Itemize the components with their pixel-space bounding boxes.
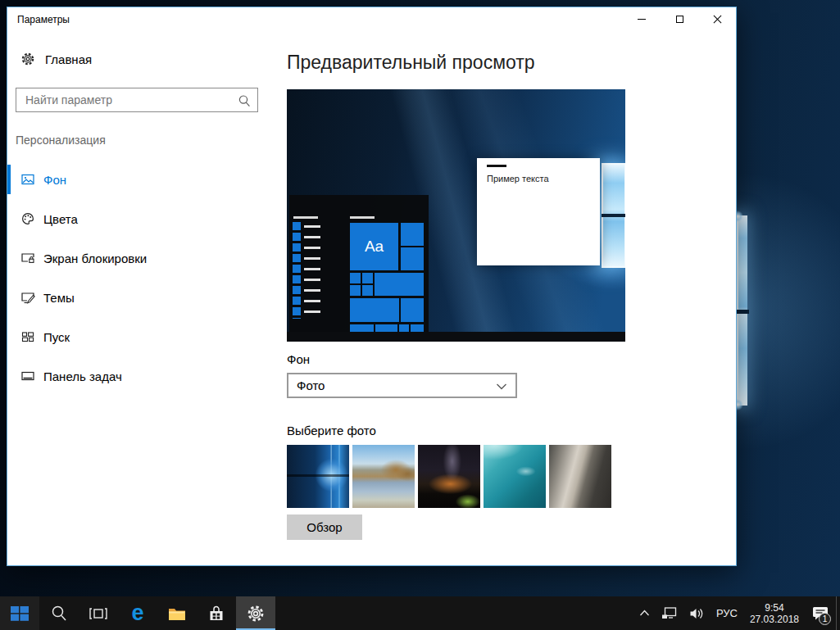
volume-tray-button[interactable] — [683, 596, 711, 630]
gear-icon — [20, 52, 35, 66]
preview-taskbar — [287, 332, 625, 342]
action-center-button[interactable]: 1 — [806, 596, 836, 630]
browse-button[interactable]: Обзор — [287, 514, 362, 540]
sidebar-item-label: Пуск — [43, 330, 70, 344]
app-list-icons — [293, 222, 301, 319]
background-dropdown-value: Фото — [297, 378, 325, 392]
sidebar-item-label: Темы — [43, 291, 75, 305]
sidebar-item-label: Панель задач — [43, 369, 122, 383]
preview-tile — [411, 324, 424, 332]
minimize-button[interactable] — [623, 7, 661, 31]
sidebar-item-themes[interactable]: Темы — [7, 283, 280, 312]
search-icon[interactable] — [238, 94, 251, 107]
close-button[interactable] — [698, 7, 736, 31]
preview-tile — [362, 285, 373, 296]
wallpaper-logo — [602, 163, 625, 268]
windows-logo-icon — [11, 606, 29, 621]
task-view-button[interactable] — [79, 596, 118, 630]
preview-sample-window: Пример текста — [477, 158, 600, 265]
titlebar[interactable]: Параметры — [7, 7, 736, 32]
settings-taskbar-button[interactable] — [236, 596, 275, 630]
sidebar-nav: Фон Цвета Экран блокировки — [7, 165, 280, 401]
file-explorer-icon — [167, 605, 187, 622]
tiles-header-placeholder — [350, 216, 375, 219]
sidebar-item-label: Фон — [43, 173, 66, 187]
start-menu-header-placeholder — [293, 216, 318, 219]
preview-tile — [375, 273, 424, 296]
window-controls — [623, 7, 736, 31]
preview-tile — [399, 324, 409, 332]
background-label: Фон — [287, 352, 310, 366]
active-indicator — [7, 204, 11, 233]
sidebar-item-taskbar[interactable]: Панель задач — [7, 361, 280, 391]
section-header: Персонализация — [16, 134, 106, 147]
network-icon — [661, 606, 678, 620]
preview-tile — [362, 273, 373, 283]
logo-divider — [737, 310, 749, 314]
preview-tile — [350, 273, 361, 283]
system-tray: РУС 9:54 27.03.2018 1 — [633, 596, 840, 630]
photo-thumbnail-night-sky-tent[interactable] — [418, 445, 480, 508]
photo-thumbnail-rock-cliff[interactable] — [549, 445, 611, 508]
preview-tile — [375, 324, 397, 332]
start-button[interactable] — [0, 596, 39, 630]
photo-thumbnail-windows-hero[interactable] — [287, 445, 349, 508]
wallpaper-preview: Пример текста Aa — [287, 89, 625, 342]
sidebar-item-lock-screen[interactable]: Экран блокировки — [7, 243, 280, 273]
preview-tile — [350, 298, 399, 322]
sidebar-item-colors[interactable]: Цвета — [7, 204, 280, 233]
preview-start-menu: Aa — [289, 195, 429, 332]
clock-date: 27.03.2018 — [750, 614, 799, 625]
search-box — [16, 88, 258, 112]
sample-text: Пример текста — [487, 174, 549, 184]
sidebar-item-label: Цвета — [43, 212, 78, 226]
preview-tile — [401, 223, 424, 246]
active-indicator — [7, 165, 11, 194]
start-tiles-icon — [20, 329, 35, 344]
choose-photo-label: Выберите фото — [287, 424, 376, 437]
network-tray-button[interactable] — [656, 596, 683, 630]
page-title: Предварительный просмотр — [287, 52, 535, 74]
edge-button[interactable]: e — [118, 596, 157, 630]
lock-screen-icon — [20, 251, 35, 265]
preview-tile-aa: Aa — [350, 223, 398, 270]
taskbar: e — [0, 596, 840, 630]
home-label: Главная — [45, 52, 92, 66]
taskbar-search-button[interactable] — [39, 596, 79, 630]
tray-chevron-button[interactable] — [633, 596, 656, 630]
maximize-icon — [676, 16, 683, 23]
sidebar-item-start[interactable]: Пуск — [7, 322, 280, 351]
maximize-button[interactable] — [661, 7, 698, 31]
active-indicator — [7, 361, 11, 391]
sidebar-item-background[interactable]: Фон — [7, 165, 280, 194]
clock[interactable]: 9:54 27.03.2018 — [743, 602, 806, 625]
logo-divider — [602, 214, 625, 217]
store-button[interactable] — [197, 596, 236, 630]
language-indicator[interactable]: РУС — [711, 596, 743, 630]
sidebar-item-home[interactable]: Главная — [20, 52, 92, 66]
themes-icon — [20, 290, 35, 305]
taskbar-icon — [20, 369, 35, 383]
preview-tile — [401, 298, 424, 322]
settings-window: Параметры Главная Персонализация — [7, 7, 737, 566]
photo-thumbnail-underwater-swimmer[interactable] — [484, 445, 546, 508]
file-explorer-button[interactable] — [157, 596, 197, 630]
gear-icon — [246, 604, 266, 623]
active-indicator — [7, 283, 11, 312]
close-icon — [713, 16, 721, 24]
photo-thumbnail-beach-rocks[interactable] — [352, 445, 415, 508]
window-title: Параметры — [17, 14, 70, 25]
task-view-icon — [89, 606, 108, 621]
show-desktop-button[interactable] — [836, 596, 840, 630]
sidebar-item-label: Экран блокировки — [43, 252, 147, 265]
sample-window-title-placeholder — [487, 165, 506, 167]
preview-tile — [401, 247, 424, 270]
background-dropdown[interactable]: Фото — [287, 373, 517, 398]
desktop-wallpaper-logo — [737, 215, 747, 406]
store-icon — [207, 605, 225, 623]
preview-tile — [350, 285, 361, 296]
search-input[interactable] — [16, 88, 257, 111]
clock-time: 9:54 — [750, 602, 799, 614]
minimize-icon — [638, 19, 646, 20]
speaker-icon — [689, 607, 705, 620]
